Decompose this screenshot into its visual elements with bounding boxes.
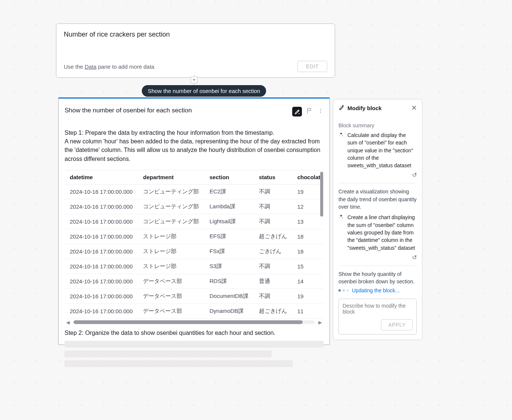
hscroll-thumb[interactable]	[74, 320, 303, 324]
close-icon[interactable]: ✕	[411, 104, 417, 112]
data-link[interactable]: Data	[85, 63, 97, 70]
table-row[interactable]: 2024-10-16 17:00:00.000コンピューティング部EC2課不調1…	[65, 184, 324, 199]
cell: 14	[292, 274, 324, 289]
cell: 2024-10-16 17:00:00.000	[65, 244, 138, 259]
block-title: Show the number of osenbei for each sect…	[65, 107, 192, 114]
table-row[interactable]: 2024-10-16 17:00:00.000データベース部DocumentDB…	[65, 289, 324, 304]
cell: Lightsail課	[204, 214, 253, 229]
cell: 超ごきげん	[254, 229, 292, 244]
skeleton-line	[65, 351, 272, 357]
svg-point-0	[320, 109, 321, 109]
cell: データベース部	[138, 274, 204, 289]
history-detail: Create a line chart displaying the sum o…	[347, 214, 417, 251]
svg-point-2	[320, 112, 321, 113]
loading-dots-icon	[338, 289, 349, 292]
cell: 普通	[254, 274, 292, 289]
cell: 2024-10-16 17:00:00.000	[65, 304, 138, 318]
cell: 不調	[254, 184, 292, 199]
cell: EFS課	[204, 229, 253, 244]
table-row[interactable]: 2024-10-16 17:00:00.000ストレージ部FSx課ごきげん18	[65, 244, 324, 259]
vertical-scrollbar[interactable]	[320, 172, 323, 217]
cell: 12	[292, 199, 324, 214]
cell: ごきげん	[254, 244, 292, 259]
cell: 不調	[254, 199, 292, 214]
undo-icon[interactable]: ↺	[412, 171, 417, 178]
edit-button[interactable]: EDIT	[297, 61, 327, 72]
hscroll-left-icon[interactable]: ◀	[65, 320, 71, 325]
cell: ストレージ部	[138, 229, 204, 244]
cell: DocumentDB課	[204, 289, 253, 304]
step2-text: Step 2: Organize the data to show osenbe…	[65, 330, 324, 336]
table-row[interactable]: 2024-10-16 17:00:00.000コンピューティング部Lightsa…	[65, 214, 324, 229]
cell: 18	[292, 244, 324, 259]
analysis-block: Show the number of osenbei for each sect…	[58, 97, 330, 345]
add-block-button[interactable]: +	[191, 77, 197, 83]
svg-point-4	[339, 136, 340, 136]
column-header[interactable]: status	[254, 170, 292, 184]
step1-heading: Step 1: Prepare the data by extracting t…	[65, 128, 324, 137]
cell: ストレージ部	[138, 244, 204, 259]
question-title: Number of rice crackers per section	[64, 31, 327, 38]
table-row[interactable]: 2024-10-16 17:00:00.000ストレージ部EFS課超ごきげん18	[65, 229, 324, 244]
sparkle-icon	[338, 214, 344, 251]
data-table: datetimedepartmentsectionstatuschocolate…	[65, 170, 324, 319]
column-header[interactable]: datetime	[65, 170, 138, 184]
current-request-text: Show the hourly quantity of osenbei brok…	[338, 270, 417, 286]
svg-point-5	[342, 218, 343, 218]
cell: コンピューティング部	[138, 184, 204, 199]
table-row[interactable]: 2024-10-16 17:00:00.000ストレージ部S3課不調15	[65, 259, 324, 274]
cell: RDS課	[204, 274, 253, 289]
more-menu-icon[interactable]	[318, 108, 324, 115]
data-hint: Use the Data pane to add more data	[64, 63, 154, 70]
history-text: Create a visualization showing the daily…	[338, 188, 417, 211]
loading-skeleton	[65, 341, 324, 367]
skeleton-line	[65, 341, 324, 348]
cell: 超ごきげん	[254, 304, 292, 318]
cell: コンピューティング部	[138, 214, 204, 229]
cell: 2024-10-16 17:00:00.000	[65, 259, 138, 274]
panel-title: Modify block	[347, 105, 382, 111]
modify-block-panel: Modify block ✕ Block summary Calculate a…	[333, 99, 422, 340]
divider	[338, 265, 417, 266]
flag-icon[interactable]	[306, 108, 313, 116]
cell: 2024-10-16 17:00:00.000	[65, 184, 138, 199]
cell: 不調	[254, 259, 292, 274]
question-card: Number of rice crackers per section Use …	[56, 24, 335, 78]
svg-point-3	[342, 136, 343, 136]
hscroll-right-icon[interactable]: ▶	[317, 320, 324, 325]
wand-icon	[338, 104, 344, 112]
cell: 13	[292, 214, 324, 229]
horizontal-scrollbar[interactable]	[74, 320, 315, 324]
table-row[interactable]: 2024-10-16 17:00:00.000データベース部DynamoDB課超…	[65, 304, 324, 318]
cell: 不調	[254, 289, 292, 304]
step1-body: A new column 'hour' has been added to th…	[65, 137, 324, 163]
cell: 19	[292, 184, 324, 199]
cell: 2024-10-16 17:00:00.000	[65, 229, 138, 244]
hint-suffix: pane to add more data	[97, 63, 154, 70]
cell: S3課	[204, 259, 253, 274]
cell: 2024-10-16 17:00:00.000	[65, 214, 138, 229]
column-header[interactable]: section	[204, 170, 253, 184]
column-header[interactable]: department	[138, 170, 204, 184]
table-row[interactable]: 2024-10-16 17:00:00.000コンピューティング部Lambda課…	[65, 199, 324, 214]
cell: 不調	[254, 214, 292, 229]
hint-prefix: Use the	[64, 63, 85, 70]
summary-text: Calculate and display the sum of "osenbe…	[347, 131, 417, 169]
apply-button[interactable]: APPLY	[381, 319, 413, 330]
cell: DynamoDB課	[204, 304, 253, 318]
skeleton-line	[65, 360, 293, 367]
column-header[interactable]: chocolate	[292, 170, 324, 184]
cell: ストレージ部	[138, 259, 204, 274]
table-row[interactable]: 2024-10-16 17:00:00.000データベース部RDS課普通14	[65, 274, 324, 289]
cell: 19	[292, 289, 324, 304]
svg-point-1	[320, 111, 321, 111]
svg-point-6	[339, 218, 340, 218]
sparkle-icon	[338, 131, 344, 169]
edit-block-icon[interactable]	[292, 107, 302, 116]
modify-textarea[interactable]	[343, 303, 413, 318]
undo-icon[interactable]: ↺	[412, 254, 417, 261]
cell: 2024-10-16 17:00:00.000	[65, 274, 138, 289]
cell: コンピューティング部	[138, 199, 204, 214]
modify-input-box: APPLY	[338, 299, 417, 335]
cell: 11	[292, 304, 324, 318]
